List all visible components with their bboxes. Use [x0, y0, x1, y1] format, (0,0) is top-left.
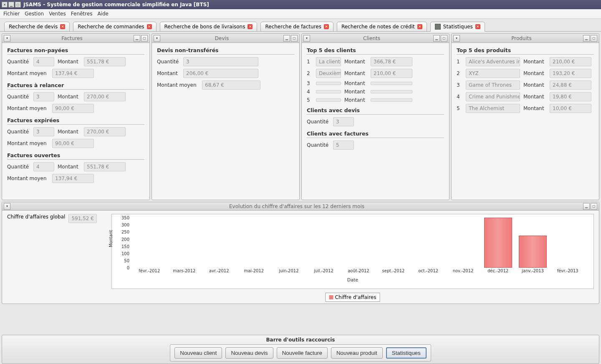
label-montant: Montant: [523, 70, 546, 76]
panel-menu-icon[interactable]: ▾: [4, 35, 10, 42]
rank-label: 1: [457, 59, 462, 65]
panel-title: Produits: [460, 35, 583, 41]
y-tick: 300: [121, 223, 129, 227]
x-tick: janv.-2013: [515, 269, 550, 276]
panel-clients: ▾ Clients ▁ ▢ Top 5 des clients 1La clie…: [301, 33, 449, 200]
y-tick: 50: [124, 259, 129, 263]
nouveau-client-button[interactable]: Nouveau client: [174, 347, 222, 359]
close-icon[interactable]: ✕: [147, 24, 152, 29]
panel-maximize-icon[interactable]: ▢: [291, 35, 298, 42]
value-montant: 206,00 €: [183, 69, 258, 78]
label-montant-moyen: Montant moyen: [7, 176, 49, 181]
label-montant: Montant: [344, 89, 367, 95]
panel-menu-icon[interactable]: ▾: [4, 203, 10, 210]
client-montant: 366,78 €: [371, 57, 412, 66]
rank-label: 4: [307, 89, 313, 95]
y-tick: 100: [121, 251, 129, 256]
panel-minimize-icon[interactable]: ▁: [283, 35, 290, 42]
tab-recherche-factures[interactable]: Recherche de factures ✕: [260, 22, 333, 32]
menu-aide[interactable]: Aide: [97, 11, 109, 17]
statistiques-button[interactable]: Statistiques: [386, 347, 427, 359]
chart-x-label: Date: [347, 277, 358, 283]
panel-maximize-icon[interactable]: ▢: [441, 35, 447, 42]
rank-label: 1: [307, 59, 313, 65]
value-montant: 551,78 €: [84, 57, 126, 66]
legend-swatch-icon: [329, 295, 333, 299]
client-row: 4Montant: [307, 89, 444, 95]
panel-maximize-icon[interactable]: ▢: [591, 203, 597, 210]
produit-row: 5The AlchemistMontant10,00 €: [457, 104, 594, 113]
rank-label: 5: [457, 105, 462, 111]
panel-menu-icon[interactable]: ▾: [154, 35, 160, 42]
value-montant: 551,78 €: [84, 162, 126, 171]
panel-minimize-icon[interactable]: ▁: [583, 35, 590, 42]
produit-row: 4Crime and PunishmeMontant19,80 €: [457, 92, 594, 101]
panel-minimize-icon[interactable]: ▁: [134, 35, 140, 42]
client-montant: [371, 98, 412, 102]
nouveau-produit-button[interactable]: Nouveau produit: [331, 347, 383, 359]
nouvelle-facture-button[interactable]: Nouvelle facture: [277, 347, 328, 359]
x-tick: avr.-2012: [202, 269, 237, 276]
window-close-icon[interactable]: ✕: [2, 2, 8, 8]
menu-ventes[interactable]: Ventes: [49, 11, 66, 17]
window-titlebar: ✕ ▁ ▢ JSAMS - Système de gestion commerc…: [0, 0, 601, 9]
client-name: [316, 82, 341, 85]
panel-maximize-icon[interactable]: ▢: [591, 35, 597, 42]
client-row: 1La clienteMontant366,78 €: [307, 57, 444, 66]
rank-label: 3: [307, 80, 313, 86]
window-minimize-icon[interactable]: ▁: [8, 2, 14, 8]
close-icon[interactable]: ✕: [60, 24, 65, 29]
panel-menu-icon[interactable]: ▾: [303, 35, 310, 42]
client-row: 3Montant: [307, 80, 444, 86]
menu-gestion[interactable]: Gestion: [25, 11, 44, 17]
value-quantite: 5: [333, 141, 354, 150]
label-quantite: Quantité: [157, 59, 180, 65]
section-clients-avec-devis: Clients avec devis: [307, 107, 444, 115]
produit-name: Alice's Adventures in: [466, 57, 520, 66]
toolbar-title: Barre d'outils raccourcis: [266, 335, 335, 343]
toolbar-shortcuts: Barre d'outils raccourcis Nouveau client…: [2, 335, 599, 364]
client-name: [316, 90, 341, 93]
produit-montant: 210,00 €: [550, 57, 591, 66]
chart-bar: [484, 218, 512, 268]
tab-statistiques[interactable]: Statistiques ✕: [430, 22, 485, 32]
panel-menu-icon[interactable]: ▾: [453, 35, 460, 42]
menu-fichier[interactable]: Fichier: [3, 11, 20, 17]
panel-maximize-icon[interactable]: ▢: [141, 35, 148, 42]
panel-devis: ▾ Devis ▁ ▢ Devis non-transférés Quantit…: [152, 33, 300, 200]
chart-legend: Chiffre d'affaires: [326, 293, 380, 302]
value-montant: 270,00 €: [84, 127, 126, 136]
close-icon[interactable]: ✕: [247, 24, 253, 29]
label-montant: Montant: [157, 70, 180, 76]
panel-chart: ▾ Evolution du chiffre d'affaires sur le…: [2, 202, 599, 304]
label-montant-moyen: Montant moyen: [7, 70, 49, 76]
chart-bar: [519, 236, 547, 268]
panel-title: Clients: [310, 35, 433, 41]
tab-bar: Recherche de devis ✕ Recherche de comman…: [0, 19, 601, 32]
tab-label: Recherche de commandes: [78, 24, 144, 30]
value-quantite: 3: [33, 127, 54, 136]
label-montant: Montant: [523, 94, 546, 100]
panel-minimize-icon[interactable]: ▁: [583, 203, 590, 210]
y-tick: 200: [121, 237, 129, 241]
menu-fenetres[interactable]: Fenêtres: [71, 11, 93, 17]
panel-minimize-icon[interactable]: ▁: [433, 35, 440, 42]
close-icon[interactable]: ✕: [475, 24, 480, 29]
client-montant: [371, 82, 412, 85]
tab-recherche-commandes[interactable]: Recherche de commandes ✕: [73, 22, 156, 32]
value-quantite: 4: [33, 162, 54, 171]
close-icon[interactable]: ✕: [417, 24, 422, 29]
value-quantite: 3: [183, 57, 258, 66]
window-maximize-icon[interactable]: ▢: [15, 2, 21, 8]
tab-recherche-devis[interactable]: Recherche de devis ✕: [4, 22, 70, 32]
tab-recherche-bons-livraisons[interactable]: Recherche de bons de livraisons ✕: [160, 22, 258, 32]
label-montant: Montant: [344, 97, 367, 103]
tab-recherche-notes-credit[interactable]: Recherche de notes de crédit ✕: [337, 22, 427, 32]
label-quantite: Quantité: [307, 119, 330, 125]
nouveau-devis-button[interactable]: Nouveau devis: [225, 347, 273, 359]
close-icon[interactable]: ✕: [324, 24, 329, 29]
section-factures-non-payees: Factures non-payées: [7, 47, 144, 55]
y-tick: 250: [121, 230, 129, 234]
value-chiffre-global: 591,52 €: [68, 214, 96, 223]
x-tick: août-2012: [341, 269, 376, 276]
